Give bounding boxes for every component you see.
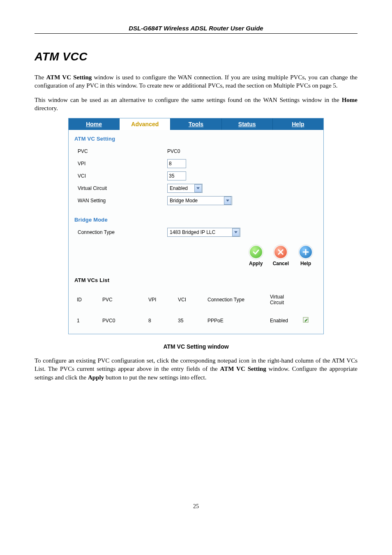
running-head: DSL-G684T Wireless ADSL Router User Guid… (35, 25, 357, 34)
vci-label: VCI (74, 173, 167, 179)
tab-status[interactable]: Status (222, 118, 273, 130)
atm-vcs-table: ID PVC VPI VCI Connection Type Virtual C… (74, 291, 318, 327)
closing-paragraph: To configure an existing PVC configurati… (35, 356, 357, 382)
router-ui: Home Advanced Tools Status Help ATM VC S… (68, 118, 324, 334)
text: This window can be used as an alternativ… (35, 97, 342, 103)
chevron-down-icon (194, 184, 202, 192)
check-icon (249, 245, 263, 259)
connection-type-row: Connection Type 1483 Bridged IP LLC (74, 227, 318, 238)
connection-type-value: 1483 Bridged IP LLC (168, 228, 232, 236)
wan-setting-select[interactable]: Bridge Mode (167, 196, 232, 205)
tab-tools[interactable]: Tools (171, 118, 221, 130)
col-pvc: PVC (100, 291, 146, 314)
vci-input[interactable] (167, 171, 186, 180)
virtual-circuit-label: Virtual Circuit (74, 185, 167, 191)
bridge-mode-heading: Bridge Mode (74, 217, 318, 223)
cell-pvc: PVC0 (100, 314, 146, 327)
text: button to put the new settings into effe… (104, 374, 206, 381)
close-icon (274, 245, 288, 259)
chevron-down-icon (224, 197, 231, 205)
col-vpi: VPI (146, 291, 175, 314)
text-bold: ATM VC Setting (220, 365, 266, 372)
table-header-row: ID PVC VPI VCI Connection Type Virtual C… (74, 291, 318, 314)
vci-row: VCI (74, 171, 318, 181)
help-label: Help (300, 261, 311, 266)
intro-paragraph-1: The ATM VC Setting window is used to con… (35, 73, 357, 90)
connection-type-select[interactable]: 1483 Bridged IP LLC (167, 228, 240, 237)
virtual-circuit-select[interactable]: Enabled (167, 184, 203, 193)
atm-vcs-list-heading: ATM VCs List (74, 277, 318, 283)
pvc-row: PVC PVC0 (74, 146, 318, 157)
tab-home[interactable]: Home (69, 118, 120, 130)
notepad-icon (303, 317, 309, 323)
table-row: 1 PVC0 8 35 PPPoE Enabled (74, 314, 318, 327)
figure-caption: ATM VC Setting window (35, 343, 357, 350)
cancel-button[interactable]: Cancel (273, 245, 289, 266)
cell-vpi: 8 (146, 314, 175, 327)
pvc-value: PVC0 (167, 148, 180, 154)
virtual-circuit-row: Virtual Circuit Enabled (74, 183, 318, 194)
vpi-input[interactable] (167, 159, 186, 168)
virtual-circuit-value: Enabled (168, 184, 194, 192)
atm-vc-setting-heading: ATM VC Setting (74, 136, 318, 142)
text-bold: Apply (88, 374, 104, 381)
intro-paragraph-2: This window can be used as an alternativ… (35, 96, 357, 113)
nav-tabs: Home Advanced Tools Status Help (69, 118, 323, 130)
col-id: ID (74, 291, 100, 314)
cell-vci: 35 (175, 314, 205, 327)
cell-virtual-circuit: Enabled (267, 314, 300, 327)
page-title: ATM VCC (35, 50, 357, 63)
page-number: 25 (0, 503, 392, 510)
pvc-label: PVC (74, 148, 167, 154)
vpi-label: VPI (74, 161, 167, 166)
wan-setting-label: WAN Setting (74, 198, 167, 204)
plus-icon (299, 245, 313, 259)
chevron-down-icon (232, 228, 240, 236)
text: directory. (35, 105, 58, 111)
tab-advanced[interactable]: Advanced (120, 118, 171, 130)
action-bar: Apply Cancel Help (74, 240, 318, 268)
wan-setting-value: Bridge Mode (168, 197, 224, 205)
apply-label: Apply (249, 261, 263, 266)
cell-id: 1 (74, 314, 100, 327)
col-vci: VCI (175, 291, 205, 314)
connection-type-label: Connection Type (74, 229, 167, 235)
text-bold: Home (342, 97, 357, 103)
text: The (35, 74, 46, 81)
vpi-row: VPI (74, 158, 318, 169)
edit-row-button[interactable] (303, 317, 309, 323)
help-button[interactable]: Help (299, 245, 313, 266)
tab-help[interactable]: Help (273, 118, 323, 130)
wan-setting-row: WAN Setting Bridge Mode (74, 195, 318, 206)
cell-connection-type: PPPoE (205, 314, 267, 327)
col-virtual-circuit: Virtual Circuit (267, 291, 300, 314)
text-bold: ATM VC Setting (46, 74, 92, 81)
cancel-label: Cancel (273, 261, 289, 266)
apply-button[interactable]: Apply (249, 245, 263, 266)
col-connection-type: Connection Type (205, 291, 267, 314)
